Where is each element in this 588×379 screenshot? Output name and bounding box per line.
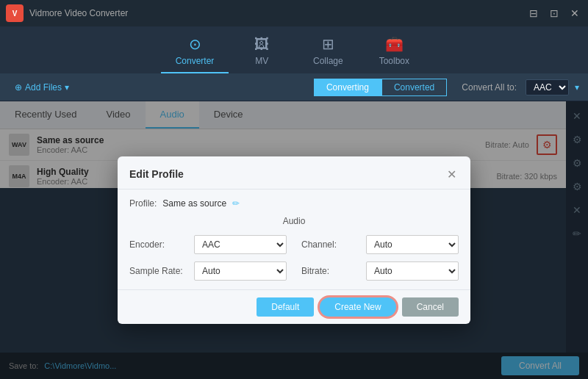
channel-row: Channel: Auto	[301, 235, 459, 254]
window-controls: ⊟ ⊡ ✕	[526, 6, 582, 21]
toolbar: ⊕ Add Files ▾ Converting Converted Conve…	[0, 73, 588, 101]
main-nav: ⊙ Converter 🖼 MV ⊞ Collage 🧰 Toolbox	[0, 26, 588, 73]
cancel-button[interactable]: Cancel	[402, 297, 459, 317]
tab-switcher: Converting Converted	[314, 79, 447, 96]
toolbox-icon: 🧰	[385, 35, 404, 53]
sample-rate-select[interactable]: Auto	[194, 261, 287, 281]
app-title: Vidmore Video Converter	[29, 8, 526, 18]
title-bar: V Vidmore Video Converter ⊟ ⊡ ✕	[0, 0, 588, 26]
converting-tab[interactable]: Converting	[314, 79, 381, 96]
modal-header: Edit Profile ✕	[118, 156, 470, 190]
convert-all-select[interactable]: AAC	[526, 79, 569, 95]
plus-icon: ⊕	[15, 82, 22, 93]
modal-footer: Default Create New Cancel	[118, 289, 470, 324]
modal-overlay: Edit Profile ✕ Profile: Same as source ✏…	[0, 101, 588, 379]
channel-select[interactable]: Auto	[366, 235, 459, 254]
close-button[interactable]: ✕	[567, 6, 582, 21]
tab-converter[interactable]: ⊙ Converter	[161, 29, 229, 73]
sample-rate-row: Sample Rate: Auto	[129, 261, 287, 281]
toolbox-label: Toolbox	[379, 56, 409, 66]
content-area: ▶ Source: Bugoy Dril... kbps).mp3 ℹ MP3 …	[0, 101, 588, 379]
mv-icon: 🖼	[254, 36, 269, 53]
profile-edit-icon[interactable]: ✏	[232, 198, 240, 209]
maximize-button[interactable]: ⊡	[547, 6, 562, 21]
mv-label: MV	[255, 56, 268, 66]
add-files-button[interactable]: ⊕ Add Files ▾	[9, 79, 75, 95]
convert-all-label: Convert All to:	[462, 82, 517, 93]
collage-icon: ⊞	[322, 35, 334, 53]
tab-toolbox[interactable]: 🧰 Toolbox	[361, 29, 427, 73]
encoder-row: Encoder: AAC	[129, 235, 287, 254]
minimize-button[interactable]: ⊟	[526, 6, 541, 21]
tab-collage[interactable]: ⊞ Collage	[295, 29, 361, 73]
modal-body: Profile: Same as source ✏ Audio Encoder:…	[118, 190, 470, 289]
modal-close-button[interactable]: ✕	[444, 167, 459, 181]
bitrate-select[interactable]: Auto	[366, 261, 459, 281]
converter-label: Converter	[176, 56, 215, 66]
converted-tab[interactable]: Converted	[381, 79, 447, 96]
app-logo: V	[6, 4, 24, 22]
form-grid: Encoder: AAC Channel: Auto Sample Rate:	[129, 235, 459, 281]
converter-icon: ⊙	[189, 35, 201, 53]
section-title: Audio	[129, 216, 459, 226]
edit-profile-modal: Edit Profile ✕ Profile: Same as source ✏…	[118, 156, 470, 324]
modal-title: Edit Profile	[129, 168, 184, 180]
collage-label: Collage	[313, 56, 343, 66]
bitrate-row: Bitrate: Auto	[301, 261, 459, 281]
encoder-select[interactable]: AAC	[194, 235, 287, 254]
dropdown-icon: ▾	[65, 82, 69, 93]
create-new-button[interactable]: Create New	[320, 297, 395, 317]
tab-mv[interactable]: 🖼 MV	[229, 30, 295, 73]
default-button[interactable]: Default	[257, 297, 314, 317]
profile-row: Profile: Same as source ✏	[129, 198, 459, 209]
dropdown-arrow-icon: ▾	[575, 82, 579, 93]
